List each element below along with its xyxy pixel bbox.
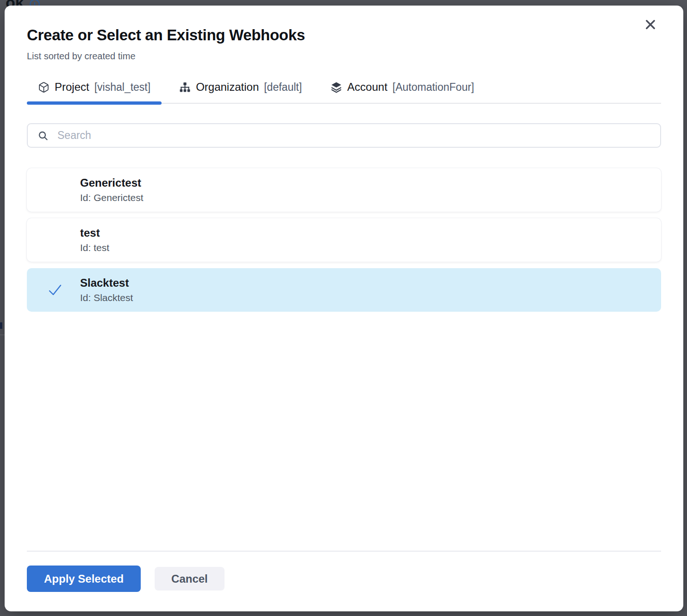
list-item-test[interactable]: test Id: test <box>27 218 661 262</box>
webhook-list: Generictest Id: Generictest test Id: tes… <box>27 168 661 318</box>
page-title: Create or Select an Existing Webhooks <box>27 26 661 44</box>
item-title: Slacktest <box>80 276 661 290</box>
check-icon <box>47 282 63 298</box>
tab-account-context: [AutomationFour] <box>393 81 474 94</box>
item-id: Id: Slacktest <box>80 292 661 304</box>
cube-icon <box>38 82 50 93</box>
search-icon <box>37 130 49 141</box>
modal-footer: Apply Selected Cancel <box>27 551 661 611</box>
sitemap-icon <box>179 82 191 93</box>
tab-project-context: [vishal_test] <box>94 81 150 94</box>
background-left-line <box>0 334 5 335</box>
background-left-mark <box>0 322 2 329</box>
list-item-slacktest[interactable]: Slacktest Id: Slacktest <box>27 268 661 312</box>
search-input[interactable] <box>57 129 650 142</box>
item-title: test <box>80 226 661 240</box>
tab-account[interactable]: Account [AutomationFour] <box>319 80 485 103</box>
tab-organization-context: [default] <box>264 81 302 94</box>
list-item-generictest[interactable]: Generictest Id: Generictest <box>27 168 661 212</box>
close-icon <box>644 18 657 31</box>
page-subtitle: List sorted by created time <box>27 50 661 62</box>
apply-selected-button[interactable]: Apply Selected <box>27 566 141 592</box>
active-tab-indicator <box>27 101 162 105</box>
cancel-button[interactable]: Cancel <box>155 567 225 591</box>
modal-header: Create or Select an Existing Webhooks Li… <box>27 6 661 62</box>
item-id: Id: Generictest <box>80 192 661 204</box>
layers-icon <box>331 82 342 93</box>
item-title: Generictest <box>80 176 661 190</box>
tab-organization-label: Organization <box>196 81 259 94</box>
tab-organization[interactable]: Organization [default] <box>168 80 313 103</box>
tab-bar: Project [vishal_test] Organization [defa… <box>27 80 661 104</box>
tab-project[interactable]: Project [vishal_test] <box>27 80 162 103</box>
tab-project-label: Project <box>55 81 89 94</box>
search-box <box>27 123 661 148</box>
webhooks-modal: Create or Select an Existing Webhooks Li… <box>5 6 683 611</box>
item-id: Id: test <box>80 242 661 254</box>
tab-account-label: Account <box>347 81 387 94</box>
close-button[interactable] <box>643 17 658 32</box>
content-spacer <box>27 318 661 551</box>
